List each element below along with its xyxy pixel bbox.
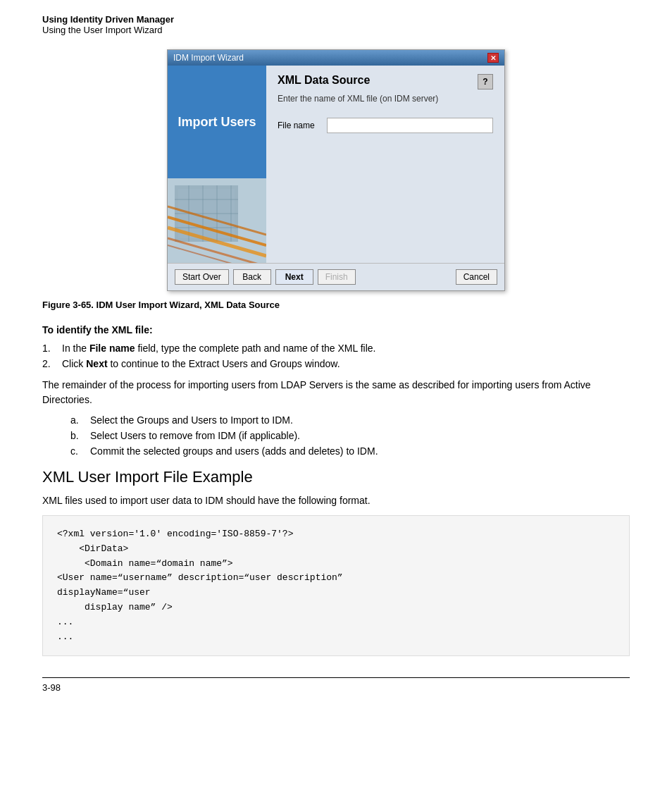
alpha-list: a. Select the Groups and Users to Import…: [42, 414, 630, 457]
step-1-bold: File name: [89, 343, 135, 354]
step-2: 2. Click Next to continue to the Extract…: [42, 358, 630, 369]
file-name-row: File name: [278, 118, 493, 133]
xml-section-title: XML User Import File Example: [42, 468, 630, 486]
alpha-b: b.: [70, 430, 85, 441]
header-title: Using Identity Driven Manager: [42, 14, 630, 25]
dialog-container: IDM Import Wizard ✕ Import Users: [42, 49, 630, 291]
section-heading: To identify the XML file:: [42, 324, 630, 335]
cancel-button[interactable]: Cancel: [456, 269, 497, 285]
datasource-title: XML Data Source: [278, 74, 370, 87]
alpha-a: a.: [70, 414, 85, 426]
datasource-header: XML Data Source ?: [278, 74, 493, 90]
file-name-input[interactable]: [327, 118, 493, 133]
dialog-left-panel: Import Users: [168, 66, 266, 263]
building-graphic: [168, 178, 266, 263]
decorative-image: [168, 178, 266, 263]
back-button[interactable]: Back: [233, 269, 271, 285]
dialog-close-button[interactable]: ✕: [487, 53, 499, 63]
header-subtitle: Using the User Import Wizard: [42, 25, 630, 35]
datasource-subtitle: Enter the name of XML file (on IDM serve…: [278, 94, 493, 104]
code-block: <?xml version='1.0' encoding='ISO-8859-7…: [42, 515, 630, 656]
building-svg: [168, 178, 266, 263]
alpha-step-a: a. Select the Groups and Users to Import…: [70, 414, 630, 426]
alpha-b-text: Select Users to remove from IDM (if appl…: [90, 430, 300, 441]
step-2-bold: Next: [86, 358, 107, 369]
step-1: 1. In the File name field, type the comp…: [42, 343, 630, 354]
paragraph: The remainder of the process for importi…: [42, 378, 630, 407]
page-number: 3-98: [42, 682, 61, 693]
finish-button: Finish: [318, 269, 356, 285]
dialog-right-panel: XML Data Source ? Enter the name of XML …: [266, 66, 504, 263]
start-over-button[interactable]: Start Over: [175, 269, 229, 285]
dialog-footer: Start Over Back Next Finish Cancel: [168, 263, 504, 290]
page-header: Using Identity Driven Manager Using the …: [42, 14, 630, 35]
dialog-window: IDM Import Wizard ✕ Import Users: [167, 49, 505, 291]
dialog-title: IDM Import Wizard: [173, 53, 244, 63]
alpha-c-text: Commit the selected groups and users (ad…: [90, 445, 378, 457]
alpha-step-b: b. Select Users to remove from IDM (if a…: [70, 430, 630, 441]
steps-list: 1. In the File name field, type the comp…: [42, 343, 630, 369]
dialog-titlebar: IDM Import Wizard ✕: [168, 50, 504, 66]
next-button[interactable]: Next: [275, 269, 313, 285]
alpha-a-text: Select the Groups and Users to Import to…: [90, 414, 293, 426]
file-name-label: File name: [278, 121, 327, 130]
page-footer: 3-98: [42, 677, 630, 693]
figure-caption: Figure 3-65. IDM User Import Wizard, XML…: [42, 300, 630, 310]
step-1-num: 1.: [42, 343, 56, 354]
xml-intro: XML files used to import user data to ID…: [42, 493, 630, 508]
import-users-label: Import Users: [168, 66, 266, 178]
alpha-step-c: c. Commit the selected groups and users …: [70, 445, 630, 457]
help-button[interactable]: ?: [478, 74, 493, 90]
step-1-text: In the File name field, type the complet…: [62, 343, 375, 354]
alpha-c: c.: [70, 445, 85, 457]
dialog-body: Import Users: [168, 66, 504, 263]
step-2-num: 2.: [42, 358, 56, 369]
step-2-text: Click Next to continue to the Extract Us…: [62, 358, 340, 369]
